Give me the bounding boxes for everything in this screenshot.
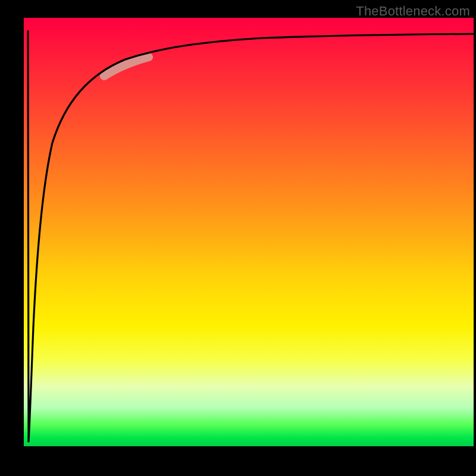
watermark-text: TheBottleneck.com: [356, 4, 470, 19]
plot-area: [24, 18, 474, 446]
chart-container: TheBottleneck.com: [0, 0, 476, 476]
bottleneck-curve: [28, 31, 474, 441]
curve-layer: [24, 18, 474, 446]
